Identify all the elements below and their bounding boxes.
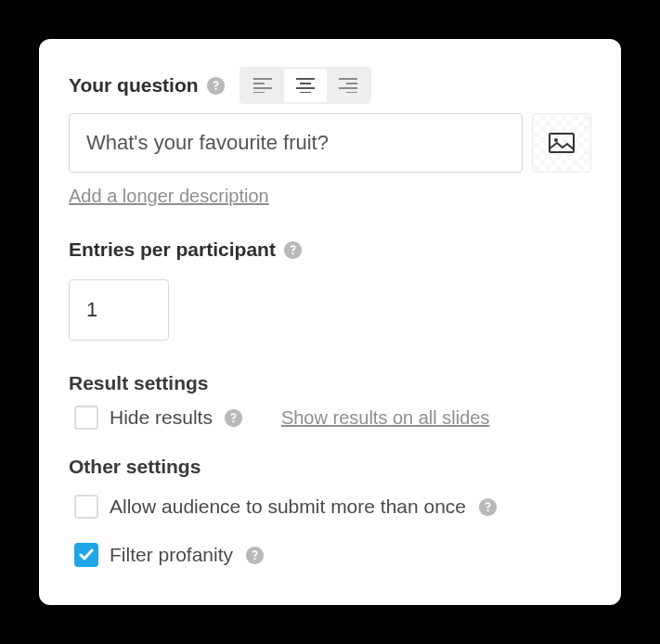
question-label: Your question bbox=[69, 74, 199, 97]
question-input-row bbox=[69, 113, 591, 173]
svg-rect-7 bbox=[296, 87, 315, 89]
svg-point-14 bbox=[554, 138, 558, 142]
other-settings-section: Other settings Allow audience to submit … bbox=[69, 456, 591, 573]
svg-rect-1 bbox=[253, 78, 272, 80]
filter-profanity-checkbox[interactable] bbox=[74, 543, 98, 567]
align-center-button[interactable] bbox=[284, 69, 327, 102]
svg-rect-9 bbox=[339, 78, 357, 80]
entries-section: Entries per participant bbox=[69, 238, 591, 341]
hide-results-checkbox[interactable] bbox=[74, 406, 98, 430]
allow-multiple-label: Allow audience to submit more than once bbox=[110, 496, 466, 518]
add-description-link[interactable]: Add a longer description bbox=[69, 186, 269, 207]
svg-rect-10 bbox=[346, 83, 357, 84]
help-icon[interactable] bbox=[477, 496, 498, 517]
show-results-all-link[interactable]: Show results on all slides bbox=[281, 407, 490, 429]
help-icon[interactable] bbox=[244, 545, 265, 565]
help-icon[interactable] bbox=[206, 75, 226, 96]
svg-rect-2 bbox=[253, 83, 265, 84]
add-image-button[interactable] bbox=[532, 113, 591, 173]
help-icon[interactable] bbox=[283, 239, 304, 260]
entries-label: Entries per participant bbox=[69, 238, 276, 261]
svg-rect-5 bbox=[296, 78, 315, 80]
entries-input[interactable] bbox=[69, 279, 169, 341]
svg-rect-6 bbox=[300, 83, 311, 84]
svg-rect-11 bbox=[339, 87, 357, 89]
hide-results-label: Hide results bbox=[110, 406, 213, 429]
settings-panel: Your question Add a longer description E… bbox=[39, 39, 621, 605]
svg-rect-3 bbox=[253, 87, 272, 89]
filter-profanity-label: Filter profanity bbox=[110, 544, 233, 566]
svg-rect-13 bbox=[550, 134, 574, 152]
question-input[interactable] bbox=[69, 113, 523, 173]
alignment-group bbox=[239, 67, 371, 104]
result-settings-section: Result settings Hide results Show result… bbox=[69, 372, 591, 430]
svg-rect-12 bbox=[346, 92, 357, 93]
align-left-button[interactable] bbox=[241, 69, 284, 102]
svg-rect-8 bbox=[300, 92, 311, 93]
align-right-button[interactable] bbox=[327, 69, 369, 102]
result-settings-title: Result settings bbox=[69, 372, 591, 394]
other-settings-title: Other settings bbox=[69, 456, 591, 478]
question-header: Your question bbox=[69, 67, 591, 104]
allow-multiple-checkbox[interactable] bbox=[74, 495, 98, 519]
svg-rect-4 bbox=[253, 92, 265, 93]
help-icon[interactable] bbox=[224, 407, 244, 428]
